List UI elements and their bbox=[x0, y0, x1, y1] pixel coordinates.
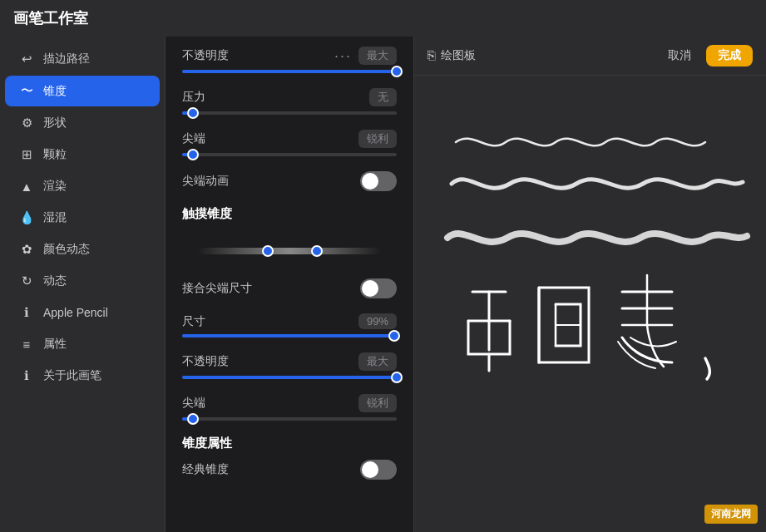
char-punct bbox=[705, 358, 709, 379]
size-value: 99% bbox=[358, 313, 397, 329]
fit-tip-toggle[interactable] bbox=[360, 278, 397, 298]
fit-tip-label: 接合尖端尺寸 bbox=[182, 281, 252, 296]
opacity-value: 最大 bbox=[358, 47, 397, 65]
classic-taper-row: 经典锥度 bbox=[182, 460, 397, 480]
tip2-thumb[interactable] bbox=[187, 413, 199, 425]
tip-thumb[interactable] bbox=[187, 149, 199, 160]
classic-taper-toggle[interactable] bbox=[360, 460, 397, 480]
sidebar-icon-wet-mix: 💧 bbox=[18, 210, 35, 225]
sidebar-label-wet-mix: 湿混 bbox=[43, 210, 67, 225]
size-slider[interactable] bbox=[182, 334, 397, 337]
sidebar-label-color-dynamic: 颜色动态 bbox=[43, 242, 90, 257]
tip-anim-knob bbox=[362, 173, 378, 190]
tip-slider[interactable] bbox=[182, 153, 397, 156]
taper-thumb-left[interactable] bbox=[262, 245, 274, 257]
sidebar-icon-shape: ⚙ bbox=[18, 116, 35, 131]
watermark: 河南龙网 bbox=[704, 505, 758, 524]
opacity2-fill bbox=[182, 376, 397, 379]
tip-anim-label: 尖端动画 bbox=[182, 174, 229, 189]
more-dots[interactable]: ··· bbox=[334, 47, 352, 65]
char-jiang bbox=[539, 288, 589, 362]
sidebar-item-properties[interactable]: ≡属性 bbox=[5, 329, 160, 359]
tip2-label: 尖端 bbox=[182, 396, 205, 411]
sidebar-item-taper[interactable]: 〜锥度 bbox=[5, 76, 160, 106]
char-you bbox=[468, 292, 510, 371]
fit-tip-row: 接合尖端尺寸 bbox=[182, 278, 397, 298]
opacity-slider[interactable] bbox=[182, 70, 397, 73]
taper-shape bbox=[198, 248, 381, 254]
sidebar-label-apple-pencil: Apple Pencil bbox=[43, 306, 108, 319]
opacity-label: 不透明度 bbox=[182, 48, 229, 63]
sidebar-label-shape: 形状 bbox=[43, 116, 67, 131]
opacity2-row: 不透明度 最大 bbox=[182, 352, 397, 371]
sidebar-label-stroke-path: 描边路径 bbox=[43, 52, 90, 66]
tip-anim-section: 尖端动画 bbox=[182, 171, 397, 191]
size-thumb[interactable] bbox=[388, 330, 400, 342]
fit-tip-knob bbox=[362, 280, 378, 297]
pressure-value: 无 bbox=[369, 88, 397, 106]
done-button[interactable]: 完成 bbox=[706, 45, 753, 66]
fit-tip-section: 接合尖端尺寸 bbox=[182, 278, 397, 298]
cancel-button[interactable]: 取消 bbox=[661, 45, 698, 66]
sidebar-item-color-dynamic[interactable]: ✿颜色动态 bbox=[5, 234, 160, 264]
sidebar-item-render[interactable]: ▲渲染 bbox=[5, 171, 160, 201]
tip2-row: 尖端 锐利 bbox=[182, 394, 397, 412]
sidebar-icon-properties: ≡ bbox=[18, 337, 35, 352]
sidebar-label-grain: 颗粒 bbox=[43, 147, 67, 162]
taper-visual bbox=[182, 230, 397, 272]
opacity-row: 不透明度 ··· 最大 bbox=[182, 47, 397, 65]
sidebar-label-dynamic: 动态 bbox=[43, 273, 67, 288]
pressure-section: 压力 无 bbox=[182, 88, 397, 115]
main-layout: ↩描边路径〜锥度⚙形状⊞颗粒▲渲染💧湿混✿颜色动态↻动态ℹApple Penci… bbox=[0, 37, 766, 532]
sidebar-label-render: 渲染 bbox=[43, 179, 67, 194]
classic-taper-section: 经典锥度 bbox=[182, 460, 397, 480]
sidebar-item-dynamic[interactable]: ↻动态 bbox=[5, 266, 160, 296]
sidebar-icon-grain: ⊞ bbox=[18, 147, 35, 162]
opacity-thumb[interactable] bbox=[391, 66, 403, 77]
drawing-area[interactable]: 河南龙网 bbox=[414, 76, 766, 532]
sidebar-item-grain[interactable]: ⊞颗粒 bbox=[5, 140, 160, 170]
right-panel-header: ⎘ 绘图板 取消 完成 bbox=[414, 37, 766, 76]
sidebar-item-stroke-path[interactable]: ↩描边路径 bbox=[5, 44, 160, 74]
sidebar-item-wet-mix[interactable]: 💧湿混 bbox=[5, 203, 160, 233]
sidebar-item-apple-pencil[interactable]: ℹApple Pencil bbox=[5, 298, 160, 328]
sidebar-label-about: 关于此画笔 bbox=[43, 368, 101, 383]
sidebar-item-shape[interactable]: ⚙形状 bbox=[5, 108, 160, 138]
board-title: ⎘ 绘图板 bbox=[427, 48, 476, 63]
touch-taper-title: 触摸锥度 bbox=[182, 206, 397, 222]
tip-value: 锐利 bbox=[358, 130, 397, 148]
tip-section: 尖端 锐利 bbox=[182, 130, 397, 156]
sidebar-icon-dynamic: ↻ bbox=[18, 273, 35, 288]
middle-panel: 不透明度 ··· 最大 压力 无 bbox=[165, 37, 414, 532]
sidebar-icon-stroke-path: ↩ bbox=[18, 52, 35, 66]
tip2-slider[interactable] bbox=[182, 417, 397, 421]
sidebar-icon-render: ▲ bbox=[18, 180, 35, 194]
pressure-thumb[interactable] bbox=[187, 107, 199, 119]
tip-anim-toggle[interactable] bbox=[360, 171, 397, 191]
tip2-section: 尖端 锐利 bbox=[182, 394, 397, 421]
sidebar-icon-taper: 〜 bbox=[18, 83, 35, 99]
size-label: 尺寸 bbox=[182, 314, 205, 329]
board-label: 绘图板 bbox=[441, 48, 476, 63]
size-row: 尺寸 99% bbox=[182, 313, 397, 329]
drawing-svg bbox=[414, 76, 766, 532]
board-icon: ⎘ bbox=[427, 48, 436, 63]
opacity2-thumb[interactable] bbox=[391, 372, 403, 383]
opacity2-section: 不透明度 最大 bbox=[182, 352, 397, 379]
pressure-label: 压力 bbox=[182, 90, 205, 105]
topbar: 画笔工作室 bbox=[0, 0, 766, 37]
opacity-section: 不透明度 ··· 最大 bbox=[182, 47, 397, 73]
classic-taper-knob bbox=[362, 461, 378, 478]
opacity2-value: 最大 bbox=[358, 352, 397, 371]
opacity2-slider[interactable] bbox=[182, 376, 397, 379]
sidebar-item-about[interactable]: ℹ关于此画笔 bbox=[5, 361, 160, 391]
tip-anim-row: 尖端动画 bbox=[182, 171, 397, 191]
sidebar-label-taper: 锥度 bbox=[43, 84, 67, 99]
sidebar: ↩描边路径〜锥度⚙形状⊞颗粒▲渲染💧湿混✿颜色动态↻动态ℹApple Penci… bbox=[0, 37, 165, 532]
pressure-slider[interactable] bbox=[182, 111, 397, 115]
sidebar-icon-apple-pencil: ℹ bbox=[18, 305, 35, 320]
header-buttons: 取消 完成 bbox=[661, 45, 753, 66]
size-fill bbox=[182, 334, 394, 337]
sidebar-label-properties: 属性 bbox=[43, 337, 67, 352]
taper-thumb-right[interactable] bbox=[311, 245, 323, 257]
